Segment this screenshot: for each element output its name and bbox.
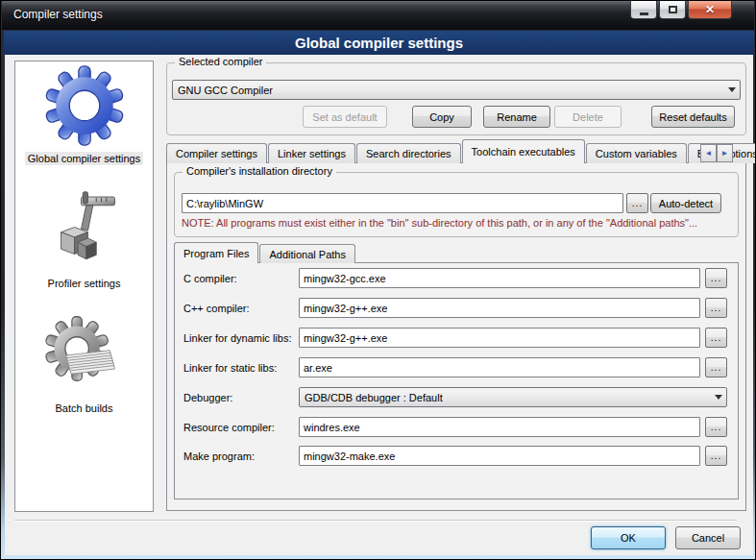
make-program-browse-button[interactable]: ... (705, 446, 727, 466)
sidebar-item-batch-builds[interactable]: Batch builds (15, 315, 153, 415)
minimize-button[interactable] (630, 1, 657, 19)
close-icon: ✕ (705, 3, 715, 16)
set-as-default-button[interactable]: Set as default (303, 106, 387, 128)
tab-scroll-left-button[interactable]: ◄ (700, 144, 717, 162)
reset-defaults-button[interactable]: Reset defaults (651, 106, 735, 128)
static-linker-label: Linker for static libs: (183, 357, 277, 377)
copy-button[interactable]: Copy (412, 106, 472, 128)
tab-custom-variables[interactable]: Custom variables (586, 143, 687, 163)
footer-divider (14, 520, 737, 522)
debugger-label: Debugger: (183, 387, 232, 407)
dialog-header: Global compiler settings (4, 31, 754, 55)
subtab-program-files[interactable]: Program Files (174, 242, 258, 263)
static-linker-input[interactable] (299, 357, 700, 377)
subtab-additional-paths[interactable]: Additional Paths (259, 244, 355, 263)
sidebar-item-profiler-settings[interactable]: Profiler settings (15, 190, 153, 290)
rename-button[interactable]: Rename (483, 106, 550, 128)
compiler-tab-strip: Compiler settings Linker settings Search… (166, 140, 756, 163)
browse-directory-button[interactable]: ... (626, 193, 648, 213)
resource-compiler-browse-button[interactable]: ... (705, 417, 727, 437)
resource-compiler-label: Resource compiler: (183, 417, 275, 437)
close-button[interactable]: ✕ (688, 1, 732, 19)
static-linker-browse-button[interactable]: ... (705, 357, 727, 377)
caliper-icon (44, 190, 125, 271)
delete-button[interactable]: Delete (554, 106, 622, 128)
dynamic-linker-browse-button[interactable]: ... (705, 328, 727, 348)
cpp-compiler-label: C++ compiler: (183, 298, 249, 318)
cancel-button[interactable]: Cancel (675, 526, 741, 549)
dynamic-linker-label: Linker for dynamic libs: (183, 328, 292, 348)
c-compiler-browse-button[interactable]: ... (705, 268, 727, 288)
chevron-down-icon (711, 395, 726, 400)
dynamic-linker-input[interactable] (299, 328, 700, 348)
compiler-select-value: GNU GCC Compiler (173, 85, 273, 96)
tab-scroll-buttons: ◄ ► (700, 144, 733, 162)
arrow-left-icon: ◄ (705, 149, 713, 158)
minimize-icon (640, 12, 648, 15)
sidebar-item-global-compiler-settings[interactable]: Global compiler settings (15, 65, 153, 165)
tab-compiler-settings[interactable]: Compiler settings (166, 143, 267, 163)
settings-category-list: Global compiler settings (14, 61, 154, 512)
make-program-input[interactable] (299, 446, 700, 466)
selected-compiler-group-label: Selected compiler (175, 56, 266, 67)
blue-gear-icon (44, 65, 125, 146)
tab-scroll-right-button[interactable]: ► (717, 144, 733, 162)
c-compiler-input[interactable] (299, 268, 700, 288)
arrow-right-icon: ► (721, 149, 729, 158)
cpp-compiler-browse-button[interactable]: ... (705, 298, 727, 318)
toolchain-subtab-strip: Program Files Additional Paths (174, 242, 356, 263)
page-title: Global compiler settings (295, 35, 463, 51)
sidebar-item-label: Profiler settings (45, 277, 124, 290)
make-program-label: Make program: (183, 446, 255, 466)
dialog-content: Global compiler settings (5, 55, 753, 555)
maximize-button[interactable] (659, 1, 686, 19)
c-compiler-label: C compiler: (183, 268, 237, 288)
tab-toolchain-executables[interactable]: Toolchain executables (462, 139, 585, 163)
tab-search-directories[interactable]: Search directories (356, 143, 461, 163)
resource-compiler-input[interactable] (299, 417, 700, 437)
maximize-icon (669, 6, 677, 13)
compiler-settings-dialog: Compiler settings ✕ Global compiler sett… (0, 0, 756, 560)
window-title: Compiler settings (13, 8, 103, 21)
chevron-down-icon (724, 87, 740, 92)
installation-directory-group-label: Compiler's installation directory (183, 165, 336, 177)
batch-gear-icon (44, 315, 125, 396)
debugger-select-value: GDB/CDB debugger : Default (300, 392, 443, 403)
sidebar-item-label: Global compiler settings (25, 152, 143, 165)
compiler-select[interactable]: GNU GCC Compiler (172, 80, 741, 100)
debugger-select[interactable]: GDB/CDB debugger : Default (299, 387, 727, 407)
sidebar-item-label: Batch builds (53, 402, 116, 415)
auto-detect-button[interactable]: Auto-detect (650, 193, 721, 213)
cpp-compiler-input[interactable] (299, 298, 700, 318)
ok-button[interactable]: OK (591, 526, 666, 549)
tab-linker-settings[interactable]: Linker settings (268, 143, 355, 163)
installation-note: NOTE: All programs must exist either in … (182, 217, 697, 229)
window-controls: ✕ (630, 1, 732, 19)
installation-directory-input[interactable] (182, 193, 623, 213)
